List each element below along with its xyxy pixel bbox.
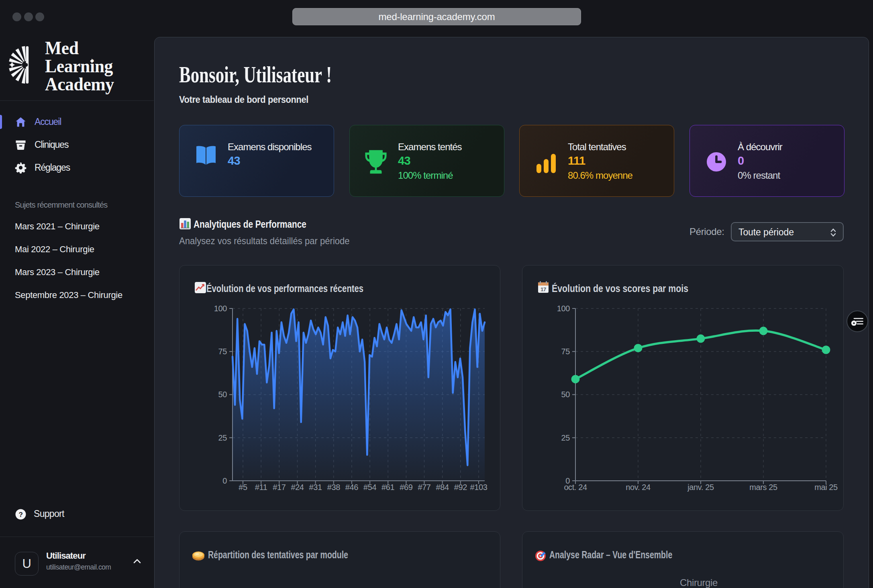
svg-text:#46: #46 (345, 483, 358, 492)
svg-text:0: 0 (222, 476, 227, 485)
svg-text:#31: #31 (309, 483, 322, 492)
svg-text:nov. 24: nov. 24 (626, 483, 651, 492)
svg-text:100: 100 (214, 304, 227, 313)
svg-text:#17: #17 (273, 483, 286, 492)
svg-text:janv. 25: janv. 25 (687, 483, 714, 492)
svg-text:50: 50 (218, 390, 227, 399)
svg-text:50: 50 (561, 390, 570, 399)
svg-text:#11: #11 (255, 483, 267, 492)
svg-text:mai 25: mai 25 (814, 483, 838, 492)
svg-text:#103: #103 (470, 483, 487, 492)
svg-text:#5: #5 (239, 483, 247, 492)
svg-text:#92: #92 (454, 483, 467, 492)
svg-text:75: 75 (561, 347, 570, 356)
svg-text:100: 100 (557, 304, 570, 313)
svg-text:#24: #24 (291, 483, 304, 492)
svg-text:25: 25 (561, 433, 570, 442)
svg-text:?: ? (19, 511, 23, 519)
svg-text:#77: #77 (418, 483, 430, 492)
svg-text:mars 25: mars 25 (749, 483, 777, 492)
svg-text:#84: #84 (436, 483, 449, 492)
svg-text:#69: #69 (400, 483, 412, 492)
svg-text:25: 25 (218, 433, 227, 442)
svg-text:#38: #38 (327, 483, 340, 492)
svg-text:#61: #61 (381, 483, 394, 492)
svg-text:#54: #54 (363, 483, 376, 492)
svg-text:oct. 24: oct. 24 (564, 483, 587, 492)
svg-text:75: 75 (218, 347, 227, 356)
